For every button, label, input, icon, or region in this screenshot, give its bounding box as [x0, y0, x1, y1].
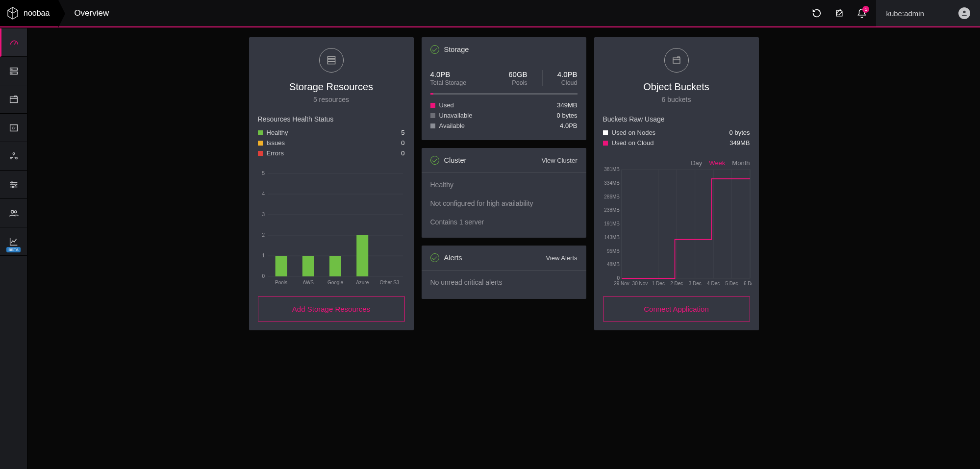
svg-text:143MB: 143MB [604, 235, 620, 240]
svg-text:4: 4 [262, 191, 265, 197]
buckets-subtitle: 6 buckets [603, 96, 750, 103]
svg-text:1: 1 [262, 253, 265, 258]
svg-text:286MB: 286MB [604, 194, 620, 199]
svg-text:fx: fx [12, 125, 16, 130]
svg-text:Google: Google [327, 280, 343, 285]
svg-text:191MB: 191MB [604, 221, 620, 226]
nav-overview[interactable] [0, 28, 27, 57]
sidebar: fx BETA [0, 28, 27, 469]
svg-text:1 Dec: 1 Dec [652, 281, 664, 286]
stat-row: Issues0 [258, 139, 405, 147]
range-day[interactable]: Day [691, 159, 702, 167]
usage-header: Buckets Raw Usage [603, 115, 750, 123]
resources-bar-chart: 012345PoolsAWSGoogleAzureOther S3 [258, 170, 405, 287]
svg-rect-66 [622, 170, 750, 278]
svg-text:29 Nov: 29 Nov [614, 281, 629, 286]
svg-point-0 [963, 11, 965, 13]
svg-point-13 [12, 186, 13, 188]
svg-rect-18 [327, 62, 335, 64]
pools-label: Pools [508, 79, 527, 86]
add-storage-button[interactable]: Add Storage Resources [258, 296, 405, 321]
connect-app-button[interactable]: Connect Application [603, 296, 750, 321]
brand-text: noobaa [24, 9, 50, 18]
beta-badge: BETA [6, 247, 20, 252]
buckets-title: Object Buckets [603, 81, 750, 93]
cluster-status: Healthy [430, 181, 578, 189]
svg-text:Azure: Azure [356, 280, 369, 285]
view-cluster-link[interactable]: View Cluster [542, 157, 578, 164]
cluster-ha: Not configured for high availability [430, 199, 578, 207]
svg-text:2 Dec: 2 Dec [670, 281, 683, 286]
svg-rect-31 [275, 256, 287, 276]
svg-point-11 [11, 182, 12, 183]
svg-rect-40 [673, 58, 680, 63]
usage-line-chart: 048MB95MB143MB191MB238MB286MB334MB381MB2… [603, 167, 752, 287]
refresh-icon[interactable] [811, 8, 822, 19]
svg-rect-35 [329, 256, 341, 276]
stat-row: Used on Cloud349MB [603, 139, 750, 147]
svg-rect-33 [302, 256, 314, 276]
svg-text:0: 0 [262, 273, 265, 279]
pools-value: 60GB [508, 70, 527, 78]
range-month[interactable]: Month [732, 159, 750, 167]
svg-text:238MB: 238MB [604, 207, 620, 213]
total-storage-label: Total Storage [430, 79, 501, 86]
card-storage-resources: Storage Resources 5 resources Resources … [249, 37, 414, 330]
top-bar: noobaa Overview 1 kube:admin [0, 0, 980, 27]
stat-row: Available4.0PB [430, 122, 578, 129]
svg-rect-16 [327, 56, 335, 58]
logo-icon [6, 6, 20, 20]
storage-title: Storage [444, 46, 469, 53]
stat-row: Healthy5 [258, 129, 405, 136]
stat-row: Used349MB [430, 101, 578, 109]
svg-text:381MB: 381MB [604, 167, 620, 172]
nav-cluster[interactable] [0, 142, 27, 171]
svg-rect-17 [327, 59, 335, 61]
brand-block[interactable]: noobaa [0, 0, 58, 26]
user-menu[interactable]: kube:admin [876, 0, 980, 26]
nav-accounts[interactable] [0, 199, 27, 227]
svg-rect-2 [10, 72, 17, 74]
stat-row: Errors0 [258, 149, 405, 157]
nav-functions[interactable]: fx [0, 114, 27, 142]
stat-row: Used on Nodes0 bytes [603, 129, 750, 136]
range-week[interactable]: Week [709, 159, 725, 167]
resources-title: Storage Resources [258, 81, 405, 93]
stat-row: Unavailable0 bytes [430, 112, 578, 119]
health-header: Resources Health Status [258, 115, 405, 123]
view-alerts-link[interactable]: View Alerts [546, 254, 577, 262]
card-alerts: Alerts View Alerts No unread critical al… [422, 246, 586, 299]
cluster-title: Cluster [444, 156, 467, 164]
main-content: Storage Resources 5 resources Resources … [27, 28, 980, 469]
nav-settings[interactable] [0, 171, 27, 199]
cluster-servers: Contains 1 server [430, 218, 578, 226]
svg-text:3: 3 [262, 212, 265, 217]
top-actions: 1 [811, 8, 876, 19]
edit-icon[interactable] [834, 8, 845, 19]
cloud-value: 4.0PB [557, 70, 578, 78]
nav-buckets[interactable] [0, 85, 27, 114]
svg-point-9 [10, 157, 12, 159]
notifications-icon[interactable]: 1 [856, 8, 867, 19]
nav-analytics[interactable]: BETA [0, 227, 27, 256]
total-storage-value: 4.0PB [430, 70, 501, 78]
check-icon [430, 253, 439, 262]
resources-subtitle: 5 resources [258, 96, 405, 103]
range-tabs: Day Week Month [603, 159, 750, 167]
svg-rect-5 [10, 97, 17, 102]
nav-resources[interactable] [0, 57, 27, 85]
svg-point-4 [11, 73, 12, 73]
svg-point-8 [13, 152, 15, 154]
svg-text:AWS: AWS [302, 280, 314, 285]
svg-text:2: 2 [262, 232, 265, 238]
svg-text:334MB: 334MB [604, 180, 620, 186]
storage-bar [430, 93, 578, 95]
username: kube:admin [886, 9, 924, 18]
svg-point-12 [15, 184, 16, 185]
svg-text:3 Dec: 3 Dec [688, 281, 701, 286]
notification-badge: 1 [862, 6, 869, 13]
svg-rect-37 [356, 235, 368, 276]
svg-text:0: 0 [617, 275, 620, 281]
svg-text:4 Dec: 4 Dec [707, 281, 720, 286]
svg-text:Pools: Pools [275, 280, 287, 285]
